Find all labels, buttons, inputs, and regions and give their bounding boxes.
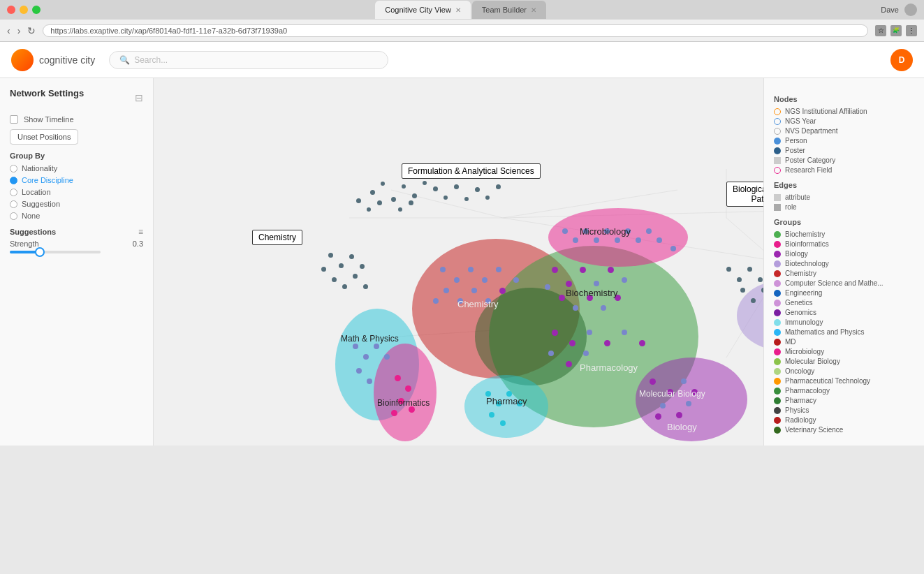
group-option-nationality[interactable]: Nationality xyxy=(10,164,143,172)
legend-label: Engineering xyxy=(785,289,822,297)
tab-label: Cognitive City View xyxy=(385,6,451,14)
unset-positions-button[interactable]: Unset Positions xyxy=(10,129,78,145)
legend-indicator xyxy=(774,358,781,365)
legend-node-row: Person xyxy=(774,137,914,145)
maximize-button[interactable] xyxy=(32,6,41,14)
legend-indicator xyxy=(774,427,781,434)
group-option-none[interactable]: None xyxy=(10,212,143,220)
edges-legend: attributerole xyxy=(774,193,914,211)
legend-group-row: Immunology xyxy=(774,318,914,326)
legend-label: Oncology xyxy=(785,367,814,375)
user-avatar[interactable]: D xyxy=(890,49,913,71)
network-label-molecular-bio: Molecular Biology xyxy=(639,389,705,399)
extensions-icon[interactable]: 🧩 xyxy=(890,25,902,36)
strength-slider[interactable] xyxy=(10,251,101,253)
close-button[interactable] xyxy=(7,6,15,14)
legend-indicator xyxy=(774,290,781,297)
legend-indicator xyxy=(774,397,781,404)
svg-point-18 xyxy=(374,344,437,441)
show-timeline-label: Show Timeline xyxy=(24,115,74,124)
radio-icon xyxy=(10,189,17,196)
legend-node-row: NGS Institutional Affiliation xyxy=(774,108,914,115)
legend-indicator xyxy=(774,108,781,115)
legend-group-row: Mathematics and Physics xyxy=(774,328,914,336)
legend-label: Radiology xyxy=(785,416,816,424)
url-bar[interactable]: https://labs.exaptive.city/xap/6f8014a0-… xyxy=(43,24,868,37)
network-label-microbiology: Microbiology xyxy=(580,226,631,237)
radio-icon xyxy=(10,165,17,172)
legend-label: Immunology xyxy=(785,318,823,326)
tab-team-builder[interactable]: Team Builder ✕ xyxy=(472,1,546,19)
radio-label: Location xyxy=(22,188,51,196)
edges-title: Edges xyxy=(774,181,914,189)
app-name: cognitive city xyxy=(39,54,95,66)
legend-indicator xyxy=(774,407,781,414)
show-timeline-checkbox[interactable] xyxy=(10,115,18,124)
legend-label: MD xyxy=(785,338,796,346)
legend-indicator xyxy=(774,241,781,248)
legend-label: Genetics xyxy=(785,299,812,307)
legend-group-row: Radiology xyxy=(774,416,914,424)
legend-label: NVS Department xyxy=(785,127,838,135)
radio-label: Core Discipline xyxy=(22,176,73,184)
legend-label: Pharmacology xyxy=(785,387,830,395)
network-label-pharmacology: Pharmacology xyxy=(580,362,638,373)
legend-label: Veterinary Science xyxy=(785,426,843,434)
bookmark-icon[interactable]: ☆ xyxy=(875,25,886,36)
reload-button[interactable]: ↻ xyxy=(27,25,36,36)
legend-node-row: NVS Department xyxy=(774,127,914,135)
network-canvas[interactable]: Formulation & Analytical Sciences Chemis… xyxy=(154,78,763,446)
legend-group-row: Biotechnology xyxy=(774,260,914,267)
legend-label: Biology xyxy=(785,250,808,258)
back-button[interactable]: ‹ xyxy=(7,25,10,36)
legend-indicator xyxy=(774,157,781,164)
legend-label: Pharmaceutical Technology xyxy=(785,377,870,385)
legend-indicator xyxy=(774,147,781,154)
legend-group-row: Biochemistry xyxy=(774,230,914,238)
legend-node-row: NGS Year xyxy=(774,117,914,125)
legend-group-row: MD xyxy=(774,338,914,346)
legend-indicator xyxy=(774,378,781,385)
radio-icon xyxy=(10,212,17,220)
legend-label: Microbiology xyxy=(785,348,824,355)
tab-cognitive-city[interactable]: Cognitive City View ✕ xyxy=(375,1,471,19)
browser-tabs: Cognitive City View ✕ Team Builder ✕ xyxy=(368,1,553,19)
legend-group-row: Veterinary Science xyxy=(774,426,914,434)
legend-group-row: Chemistry xyxy=(774,270,914,277)
nodes-legend: NGS Institutional AffiliationNGS YearNVS… xyxy=(774,108,914,174)
main-content: Network Settings ⊟ Show Timeline Unset P… xyxy=(0,78,924,446)
legend-group-row: Molecular Biology xyxy=(774,358,914,365)
groups-legend: BiochemistryBioinformaticsBiologyBiotech… xyxy=(774,230,914,434)
radio-icon xyxy=(10,177,17,184)
search-icon: 🔍 xyxy=(119,55,130,65)
tab-close-icon[interactable]: ✕ xyxy=(455,6,461,14)
forward-button[interactable]: › xyxy=(17,25,21,36)
legend-indicator xyxy=(774,417,781,424)
legend-indicator xyxy=(774,300,781,307)
group-option-core-discipline[interactable]: Core Discipline xyxy=(10,176,143,184)
chrome-menu-icon[interactable]: ⋮ xyxy=(906,25,917,36)
legend-label: Poster xyxy=(785,147,805,154)
legend-label: Computer Science and Mathe... xyxy=(785,279,883,287)
collapse-button[interactable]: ⊟ xyxy=(135,92,143,103)
suggestions-label: Suggestions xyxy=(10,228,56,236)
legend-indicator xyxy=(774,309,781,316)
network-label-pharmacy: Pharmacy xyxy=(486,396,527,406)
profile-icon[interactable] xyxy=(904,3,917,16)
minimize-button[interactable] xyxy=(20,6,28,14)
legend-indicator xyxy=(774,270,781,277)
search-bar[interactable]: 🔍 Search... xyxy=(109,51,388,69)
legend-indicator xyxy=(774,280,781,287)
tab-close-icon[interactable]: ✕ xyxy=(531,6,536,14)
legend-indicator xyxy=(774,260,781,267)
suggestions-menu-icon[interactable]: ≡ xyxy=(138,227,143,237)
svg-point-25 xyxy=(464,375,548,438)
group-option-location[interactable]: Location xyxy=(10,188,143,196)
group-option-suggestion[interactable]: Suggestion xyxy=(10,200,143,208)
legend-node-row: Poster Category xyxy=(774,156,914,164)
legend-label: Mathematics and Physics xyxy=(785,328,864,336)
slider-thumb[interactable] xyxy=(35,247,45,257)
legend-edge-row: role xyxy=(774,203,914,211)
legend-group-row: Genetics xyxy=(774,299,914,307)
legend-label: role xyxy=(785,203,797,211)
